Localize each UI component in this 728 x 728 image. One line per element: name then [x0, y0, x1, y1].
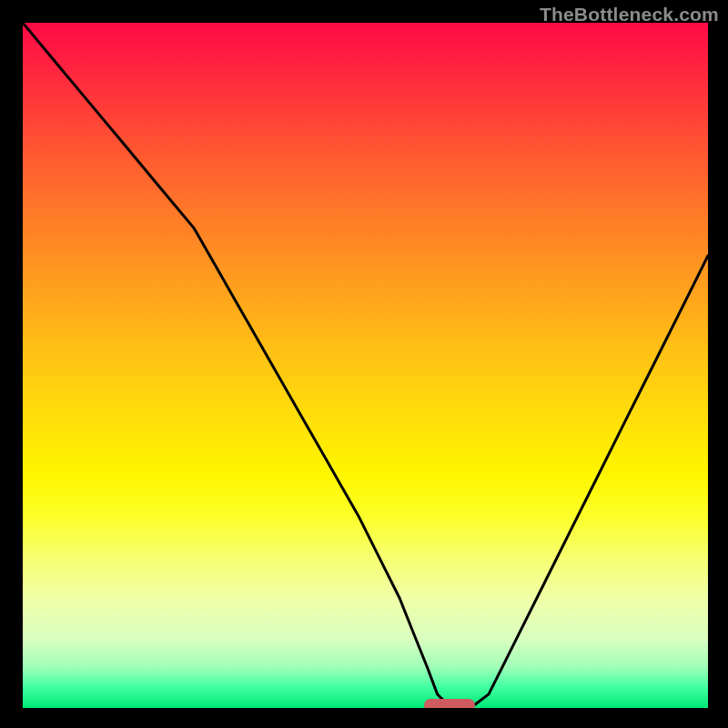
bottleneck-curve: [23, 23, 708, 708]
plot-area: [23, 23, 708, 708]
chart-frame: TheBottleneck.com: [0, 0, 728, 728]
optimal-marker: [424, 699, 475, 708]
watermark-text: TheBottleneck.com: [540, 4, 719, 25]
